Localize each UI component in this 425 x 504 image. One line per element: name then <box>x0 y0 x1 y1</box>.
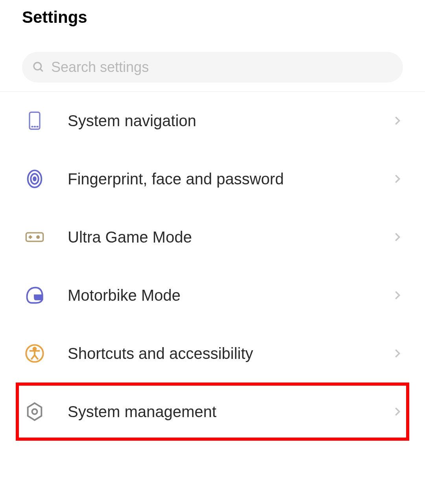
svg-marker-19 <box>28 403 42 420</box>
settings-item-label: Motorbike Mode <box>68 287 369 304</box>
chevron-right-icon <box>392 348 403 359</box>
svg-point-0 <box>34 63 41 70</box>
svg-line-1 <box>40 69 43 72</box>
search-box[interactable] <box>22 52 403 83</box>
header: Settings <box>0 0 425 39</box>
search-container <box>0 39 425 83</box>
settings-item-accessibility[interactable]: Shortcuts and accessibility <box>0 324 425 383</box>
settings-item-label: System management <box>68 403 369 421</box>
settings-item-label: System navigation <box>68 112 369 130</box>
svg-line-17 <box>31 355 35 359</box>
settings-item-motorbike-mode[interactable]: Motorbike Mode <box>0 266 425 324</box>
chevron-right-icon <box>392 290 403 301</box>
phone-icon <box>24 110 45 131</box>
page-title: Settings <box>22 8 403 27</box>
helmet-icon <box>24 285 45 305</box>
svg-point-20 <box>32 409 37 414</box>
settings-item-ultra-game-mode[interactable]: Ultra Game Mode <box>0 208 425 266</box>
gear-hexagon-icon <box>24 401 45 422</box>
settings-list: System navigation Fingerprint, face and … <box>0 92 425 441</box>
settings-item-fingerprint[interactable]: Fingerprint, face and password <box>0 150 425 208</box>
chevron-right-icon <box>392 173 403 184</box>
svg-line-18 <box>35 355 38 359</box>
chevron-right-icon <box>392 115 403 126</box>
search-icon <box>32 61 45 74</box>
svg-point-12 <box>37 236 39 238</box>
settings-item-system-management[interactable]: System management <box>16 383 409 441</box>
search-input[interactable] <box>51 59 393 75</box>
svg-point-8 <box>33 177 36 181</box>
fingerprint-icon <box>24 169 45 189</box>
accessibility-icon <box>24 343 45 364</box>
settings-item-label: Ultra Game Mode <box>68 228 369 246</box>
settings-item-label: Fingerprint, face and password <box>68 170 369 188</box>
settings-item-label: Shortcuts and accessibility <box>68 345 369 362</box>
svg-point-14 <box>33 348 36 350</box>
chevron-right-icon <box>392 406 403 417</box>
gamepad-icon <box>24 227 45 247</box>
chevron-right-icon <box>392 232 403 243</box>
settings-item-system-navigation[interactable]: System navigation <box>0 92 425 150</box>
